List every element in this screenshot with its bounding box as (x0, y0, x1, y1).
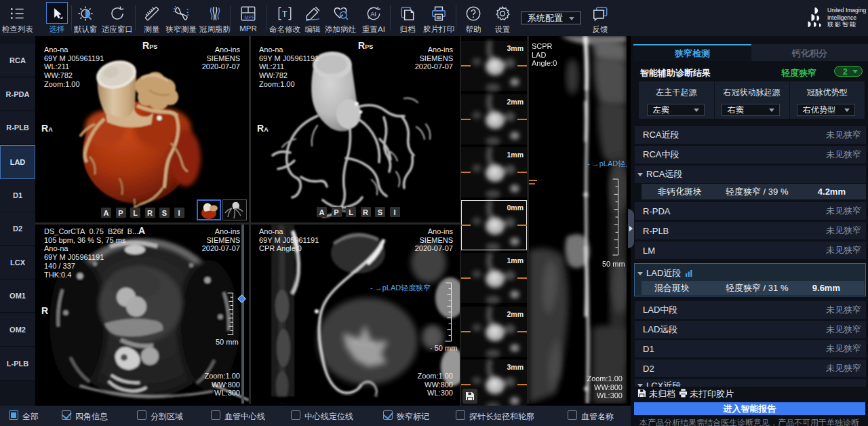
svg-text:MPR: MPR (245, 15, 256, 20)
svg-text:T: T (282, 9, 288, 19)
svg-text:AI: AI (370, 11, 376, 18)
